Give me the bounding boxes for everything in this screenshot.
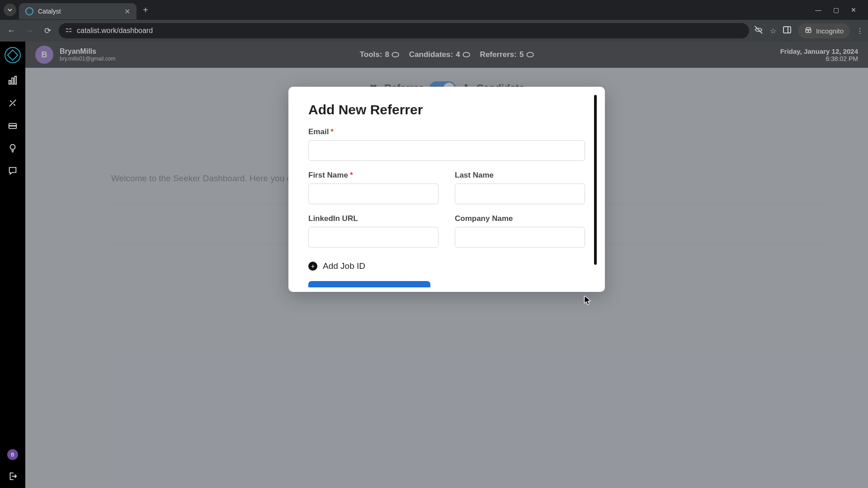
wallet-icon[interactable] bbox=[7, 120, 18, 131]
dashboard-icon[interactable] bbox=[7, 75, 18, 86]
tab-bar: Catalyst ✕ + — ▢ ✕ bbox=[0, 0, 868, 20]
svg-rect-4 bbox=[783, 27, 791, 33]
mouse-cursor bbox=[584, 296, 591, 305]
modal-scrollbar[interactable] bbox=[594, 95, 597, 265]
panel-icon[interactable] bbox=[783, 25, 792, 36]
browser-chrome: Catalyst ✕ + — ▢ ✕ ← → ⟳ catalist.work/d… bbox=[0, 0, 868, 42]
window-controls: — ▢ ✕ bbox=[815, 6, 864, 14]
eye-off-icon[interactable] bbox=[754, 25, 764, 37]
browser-menu-icon[interactable]: ⋮ bbox=[856, 27, 863, 35]
browser-tab[interactable]: Catalyst ✕ bbox=[19, 3, 137, 19]
linkedin-input[interactable] bbox=[308, 227, 439, 248]
url-input[interactable]: catalist.work/dashboard bbox=[59, 23, 749, 38]
incognito-chip[interactable]: Incognito bbox=[798, 23, 850, 38]
svg-rect-2 bbox=[66, 31, 68, 32]
email-label: Email* bbox=[308, 127, 585, 136]
incognito-label: Incognito bbox=[816, 27, 844, 35]
svg-point-6 bbox=[806, 30, 808, 33]
plus-circle-icon: + bbox=[308, 262, 317, 271]
main-area: B BryanMills bry.mills01@gmail.com Tools… bbox=[25, 42, 868, 488]
url-text: catalist.work/dashboard bbox=[77, 27, 153, 35]
app-logo[interactable] bbox=[5, 47, 21, 63]
bookmark-star-icon[interactable]: ☆ bbox=[770, 27, 776, 35]
chat-icon[interactable] bbox=[7, 165, 18, 176]
add-referrer-modal: Add New Referrer Email* First Name* Last… bbox=[288, 87, 605, 292]
modal-title: Add New Referrer bbox=[308, 102, 585, 117]
incognito-icon bbox=[804, 26, 812, 36]
modal-overlay[interactable]: Add New Referrer Email* First Name* Last… bbox=[25, 42, 868, 488]
forward-button[interactable]: → bbox=[23, 24, 36, 38]
company-label: Company Name bbox=[455, 214, 585, 223]
firstname-input[interactable] bbox=[308, 183, 439, 204]
minimize-button[interactable]: — bbox=[815, 6, 821, 14]
lightbulb-icon[interactable] bbox=[7, 143, 18, 154]
svg-rect-0 bbox=[66, 28, 68, 29]
firstname-label: First Name* bbox=[308, 171, 439, 180]
new-tab-button[interactable]: + bbox=[139, 3, 152, 17]
back-button[interactable]: ← bbox=[5, 24, 18, 38]
tab-close-icon[interactable]: ✕ bbox=[124, 7, 130, 16]
lastname-input[interactable] bbox=[455, 183, 585, 204]
linkedin-label: LinkedIn URL bbox=[308, 214, 439, 223]
email-input[interactable] bbox=[308, 140, 585, 161]
address-bar: ← → ⟳ catalist.work/dashboard ☆ Incognit… bbox=[0, 20, 868, 42]
sidebar-avatar[interactable]: B bbox=[7, 449, 18, 460]
svg-point-13 bbox=[10, 145, 15, 150]
tools-icon[interactable] bbox=[7, 98, 18, 108]
maximize-button[interactable]: ▢ bbox=[833, 6, 839, 14]
app-root: B B BryanMills bry.mills01@gmail.com Too… bbox=[0, 42, 868, 488]
svg-point-7 bbox=[808, 30, 811, 33]
svg-rect-10 bbox=[15, 76, 17, 84]
reload-button[interactable]: ⟳ bbox=[41, 24, 54, 38]
tab-title: Catalyst bbox=[38, 8, 61, 15]
tabs-dropdown-button[interactable] bbox=[4, 4, 16, 16]
site-settings-icon[interactable] bbox=[65, 27, 72, 35]
company-input[interactable] bbox=[455, 227, 585, 248]
svg-rect-9 bbox=[12, 78, 14, 84]
svg-rect-1 bbox=[69, 28, 71, 29]
submit-button-partial[interactable] bbox=[308, 281, 430, 287]
lastname-label: Last Name bbox=[455, 171, 585, 180]
close-window-button[interactable]: ✕ bbox=[851, 6, 856, 14]
sidebar: B bbox=[0, 42, 25, 488]
add-job-label: Add Job ID bbox=[323, 261, 365, 271]
add-job-id-button[interactable]: + Add Job ID bbox=[308, 261, 585, 271]
svg-rect-12 bbox=[9, 125, 17, 127]
logout-icon[interactable] bbox=[7, 471, 18, 482]
svg-rect-8 bbox=[9, 80, 11, 84]
tab-favicon bbox=[25, 7, 33, 15]
svg-rect-3 bbox=[69, 31, 71, 32]
